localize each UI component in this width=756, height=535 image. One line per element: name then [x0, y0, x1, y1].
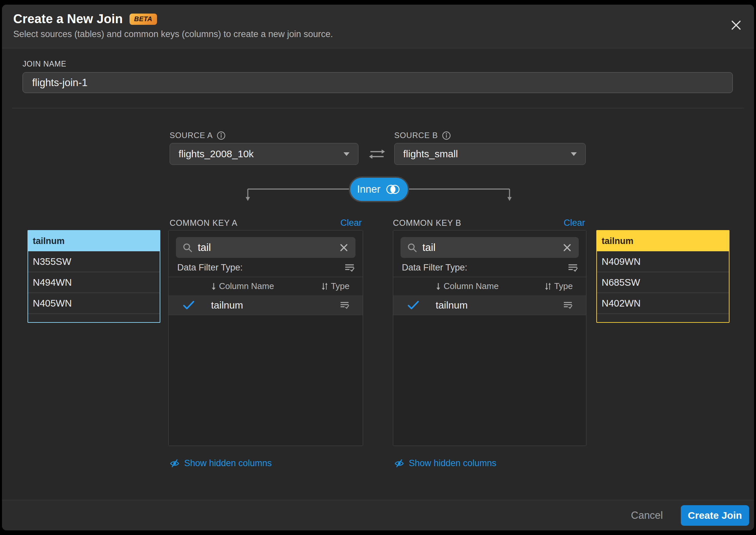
info-icon[interactable]	[442, 131, 451, 140]
data-filter-type-label: Data Filter Type:	[177, 263, 243, 273]
dialog-header: Create a New Join BETA Select sources (t…	[2, 5, 754, 48]
sort-by-type[interactable]: Type	[321, 281, 350, 291]
sort-by-type[interactable]: Type	[544, 281, 573, 291]
cancel-button[interactable]: Cancel	[631, 510, 663, 521]
common-key-b-header: COMMON KEY B Clear	[393, 218, 585, 228]
column-row-tailnum[interactable]: tailnum	[393, 295, 586, 315]
source-b-select[interactable]: flights_small	[394, 143, 586, 165]
common-key-b-columns-header: Column Name Type	[393, 277, 586, 295]
check-icon	[407, 300, 420, 310]
table-row: N355SW	[28, 251, 160, 272]
join-name-label: JOIN NAME	[23, 60, 66, 69]
dialog-title: Create a New Join	[13, 12, 123, 26]
common-key-a-clear-link[interactable]: Clear	[340, 218, 362, 228]
table-row-partial	[28, 314, 160, 322]
clear-search-button[interactable]	[562, 243, 572, 253]
source-a-value: flights_2008_10k	[179, 148, 344, 160]
source-a-preview-table: tailnum N355SW N494WN N405WN	[27, 230, 160, 323]
data-filter-type-label: Data Filter Type:	[402, 263, 467, 273]
common-key-a-header: COMMON KEY A Clear	[170, 218, 362, 228]
sort-by-column-name[interactable]: Column Name	[435, 281, 499, 291]
join-type-toggle[interactable]: Inner	[349, 176, 409, 202]
common-key-b-filter-section: Data Filter Type:	[393, 230, 586, 277]
common-key-b-search-input[interactable]	[422, 242, 557, 254]
join-modal-page: Create a New Join BETA Select sources (t…	[0, 0, 756, 535]
column-name: tailnum	[436, 300, 468, 311]
common-key-a-search-input[interactable]	[198, 242, 334, 254]
sort-up-down-icon	[544, 282, 552, 291]
search-icon	[407, 243, 417, 253]
sort-down-arrow-icon	[210, 282, 217, 291]
table-row: N409WN	[597, 251, 729, 272]
source-b-label: SOURCE B	[394, 131, 451, 140]
common-key-a-filter-section: Data Filter Type:	[169, 230, 363, 277]
clear-search-button[interactable]	[339, 243, 349, 253]
join-type-label: Inner	[357, 183, 381, 195]
eye-off-icon	[170, 459, 180, 468]
create-join-dialog: Create a New Join BETA Select sources (t…	[2, 5, 754, 530]
sort-by-column-name[interactable]: Column Name	[210, 281, 274, 291]
source-a-label: SOURCE A	[170, 131, 226, 140]
column-list-empty-area	[393, 315, 586, 446]
close-icon	[730, 19, 742, 31]
common-key-b-label: COMMON KEY B	[393, 218, 461, 228]
filter-list-check-icon[interactable]	[567, 264, 578, 272]
column-row-tailnum[interactable]: tailnum	[169, 295, 363, 315]
preview-column-header: tailnum	[28, 231, 160, 251]
source-b-value: flights_small	[403, 148, 571, 160]
sort-up-down-icon	[321, 282, 328, 291]
sort-down-arrow-icon	[435, 282, 442, 291]
common-key-a-filter-row: Data Filter Type:	[169, 258, 363, 277]
column-name: tailnum	[211, 300, 243, 311]
source-b-preview-table: tailnum N409WN N685SW N402WN	[596, 230, 729, 323]
common-key-b-search-box	[401, 237, 579, 258]
common-key-b-clear-link[interactable]: Clear	[564, 218, 585, 228]
table-row-partial	[597, 314, 729, 322]
join-name-section: JOIN NAME	[12, 48, 744, 108]
dialog-subtitle: Select sources (tables) and common keys …	[13, 29, 754, 39]
eye-off-icon	[394, 459, 404, 468]
common-key-b-filter-row: Data Filter Type:	[393, 258, 586, 277]
table-row: N405WN	[28, 293, 160, 314]
info-icon[interactable]	[217, 131, 226, 140]
column-type-icon	[340, 301, 350, 309]
swap-sources-button[interactable]	[368, 148, 386, 161]
common-key-a-panel: Data Filter Type: Column Name	[168, 230, 363, 446]
common-key-a-search-box	[176, 237, 355, 258]
swap-arrows-icon	[368, 148, 386, 161]
chevron-down-icon	[344, 152, 350, 156]
table-row: N685SW	[597, 272, 729, 293]
common-key-a-columns-header: Column Name Type	[169, 277, 363, 295]
close-button[interactable]	[729, 19, 743, 32]
table-row: N402WN	[597, 293, 729, 314]
join-name-input[interactable]	[23, 72, 733, 93]
column-list-empty-area	[169, 315, 363, 446]
source-a-select[interactable]: flights_2008_10k	[170, 143, 358, 165]
search-icon	[183, 243, 192, 253]
preview-column-header: tailnum	[597, 231, 729, 251]
clear-x-icon	[562, 243, 572, 253]
dialog-footer: Cancel Create Join	[2, 500, 754, 530]
show-hidden-columns-b-link[interactable]: Show hidden columns	[394, 458, 496, 468]
common-key-b-panel: Data Filter Type: Column Name	[393, 230, 586, 446]
inner-join-venn-icon	[385, 184, 401, 195]
check-icon	[183, 300, 195, 310]
create-join-button[interactable]: Create Join	[681, 505, 749, 526]
chevron-down-icon	[571, 152, 577, 156]
column-type-icon	[563, 301, 573, 309]
table-row: N494WN	[28, 272, 160, 293]
show-hidden-columns-a-link[interactable]: Show hidden columns	[170, 458, 272, 468]
common-key-a-label: COMMON KEY A	[170, 218, 238, 228]
filter-list-check-icon[interactable]	[344, 264, 355, 272]
clear-x-icon	[339, 243, 349, 253]
beta-badge: BETA	[130, 14, 157, 25]
